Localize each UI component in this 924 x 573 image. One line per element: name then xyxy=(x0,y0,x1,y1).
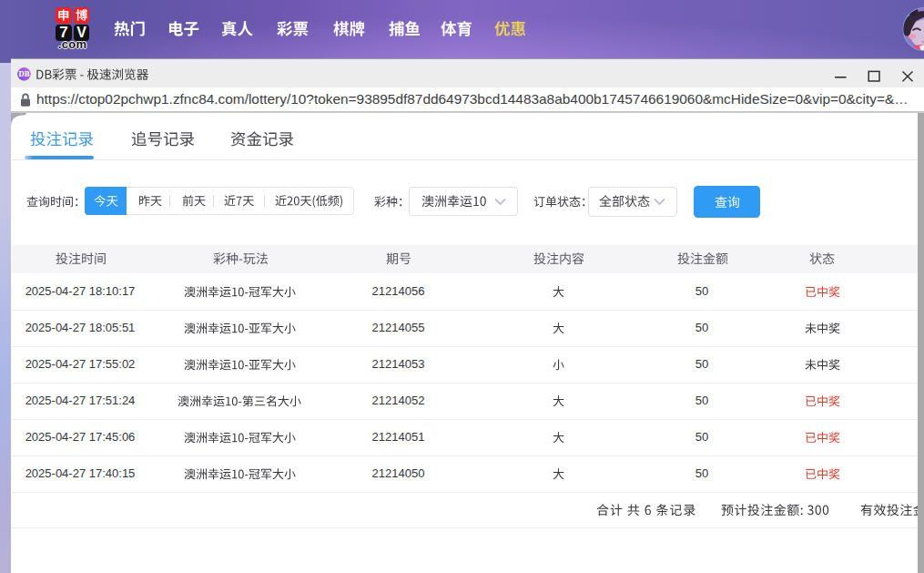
svg-text:DB: DB xyxy=(18,69,29,78)
